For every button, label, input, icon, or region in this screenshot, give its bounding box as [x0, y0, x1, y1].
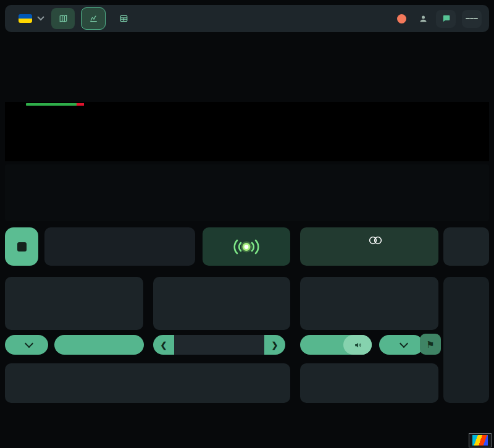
- ps-name-panel: [44, 227, 195, 266]
- tune-down-button[interactable]: ❮: [153, 335, 174, 355]
- chat-icon: [442, 14, 451, 23]
- chevron-down-icon: [400, 339, 408, 348]
- broadcast-icon: [232, 239, 261, 255]
- map-icon: [59, 14, 68, 23]
- signal-history-graph: [5, 164, 489, 221]
- radiotext-panel: [5, 363, 290, 403]
- s-meter: [23, 103, 126, 106]
- fm-dx-webserver-app: ❮ ❯ ⚑: [0, 0, 494, 448]
- station-info-panel[interactable]: [300, 363, 438, 403]
- spectrum-x-axis: [19, 152, 488, 160]
- stop-icon: [17, 242, 27, 251]
- speaker-icon: [353, 341, 362, 349]
- antenna-select[interactable]: [5, 335, 48, 355]
- spectrum-plot[interactable]: [19, 102, 488, 150]
- audio-stream-button[interactable]: [203, 227, 290, 266]
- signal-panel: [300, 277, 438, 330]
- user-icon: [419, 14, 428, 23]
- tp-ta-flags: [319, 235, 331, 245]
- spectrum-chart: [19, 102, 488, 150]
- hamburger-icon: [466, 18, 470, 19]
- livemap-button[interactable]: [51, 8, 75, 29]
- frequency-tuner: ❮ ❯: [153, 335, 285, 355]
- flag-icon: ⚑: [426, 339, 434, 350]
- chat-button[interactable]: [436, 10, 456, 28]
- rds-logger-button[interactable]: [112, 8, 135, 29]
- protv-watermark: [469, 433, 492, 447]
- tune-up-button[interactable]: ❯: [264, 335, 285, 355]
- signal-history-chart: [5, 164, 489, 221]
- frequency-input[interactable]: [174, 335, 264, 355]
- spectrum-graph-icon: [89, 14, 98, 23]
- flag-button[interactable]: ⚑: [420, 334, 441, 355]
- stop-audio-button[interactable]: [5, 227, 38, 266]
- volume-thumb[interactable]: [343, 335, 372, 355]
- table-icon: [119, 14, 128, 23]
- menu-button[interactable]: [462, 10, 482, 28]
- protv-tv-logo: [472, 435, 488, 446]
- spectrum-analyzer: [5, 102, 489, 161]
- ukraine-flag-icon: [19, 14, 32, 23]
- spectrum-button[interactable]: [82, 8, 105, 29]
- rds-flags-panel: [300, 227, 438, 266]
- local-time-block: [225, 36, 349, 36]
- mode-select[interactable]: [379, 335, 424, 355]
- spectrum-y-axis: [5, 102, 17, 150]
- pi-code-panel: [5, 277, 143, 330]
- stereo-icon: [367, 236, 383, 245]
- frequency-panel[interactable]: [153, 277, 290, 330]
- volume-slider[interactable]: [300, 335, 372, 355]
- weather-dot-icon: [397, 14, 406, 23]
- af-list-panel[interactable]: [443, 227, 489, 266]
- chevron-down-icon[interactable]: [37, 16, 44, 21]
- eq-ims-toggle-group: [54, 335, 144, 355]
- header-bar: [5, 5, 489, 32]
- chevron-down-icon: [25, 339, 33, 348]
- s-meter-bar: [26, 103, 119, 106]
- listeners-counter: [419, 14, 430, 23]
- signal-value: [300, 283, 438, 308]
- af-list-body: [443, 277, 489, 403]
